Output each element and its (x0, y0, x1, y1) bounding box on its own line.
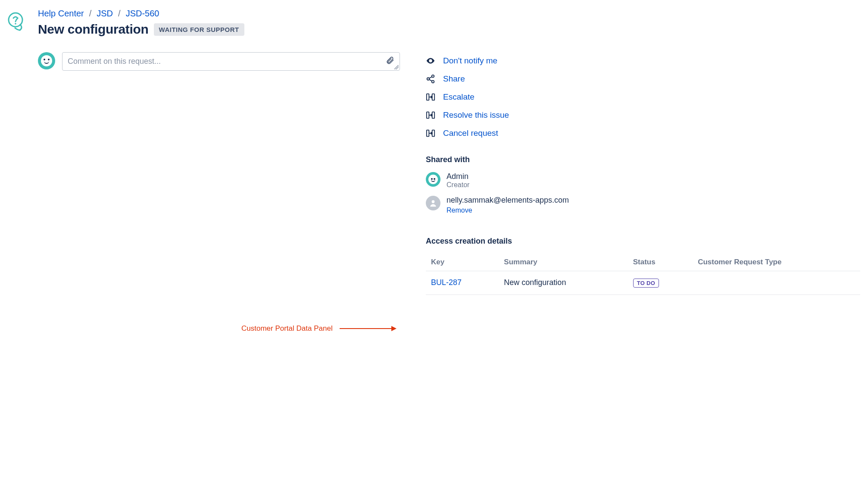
avatar (426, 196, 440, 210)
breadcrumb-project[interactable]: JSD (97, 9, 113, 19)
shared-person-name: nelly.sammak@elements-apps.com (446, 196, 569, 205)
svg-rect-10 (427, 112, 429, 119)
comment-box[interactable] (62, 52, 400, 71)
action-escalate-label[interactable]: Escalate (443, 92, 475, 102)
shared-person-role: Creator (446, 181, 469, 189)
cell-summary: New configuration (499, 271, 628, 295)
status-badge: WAITING FOR SUPPORT (154, 23, 244, 36)
svg-point-4 (427, 78, 430, 80)
svg-point-1 (15, 23, 16, 25)
eye-icon (426, 56, 435, 66)
transition-icon (426, 128, 435, 138)
breadcrumb-separator: / (118, 9, 121, 19)
comment-input[interactable] (68, 57, 386, 66)
col-key: Key (426, 254, 499, 271)
cell-crt (693, 271, 860, 295)
svg-rect-8 (427, 94, 429, 100)
action-list: Don't notify me Share Escalate (426, 56, 860, 138)
status-badge-todo: TO DO (633, 279, 659, 288)
remove-share-link[interactable]: Remove (446, 207, 472, 214)
table-row: BUL-287 New configuration TO DO (426, 271, 860, 295)
shared-person: Admin Creator (426, 172, 860, 189)
details-table: Key Summary Status Customer Request Type… (426, 254, 860, 295)
attachment-icon[interactable] (386, 56, 394, 67)
action-resolve-label[interactable]: Resolve this issue (443, 110, 509, 120)
shared-with-heading: Shared with (426, 155, 860, 164)
avatar-current-user (38, 52, 55, 69)
breadcrumb: Help Center / JSD / JSD-560 (38, 9, 400, 19)
col-crt: Customer Request Type (693, 254, 860, 271)
action-resolve[interactable]: Resolve this issue (426, 110, 860, 120)
action-share[interactable]: Share (426, 74, 860, 84)
access-creation-details-heading: Access creation details (426, 237, 860, 246)
share-icon (426, 74, 435, 84)
action-notify[interactable]: Don't notify me (426, 56, 860, 66)
svg-point-2 (430, 60, 431, 62)
transition-icon (426, 110, 435, 120)
svg-point-3 (432, 75, 434, 78)
svg-rect-12 (427, 130, 429, 137)
action-cancel-label[interactable]: Cancel request (443, 128, 498, 138)
svg-point-14 (432, 200, 435, 203)
action-cancel[interactable]: Cancel request (426, 128, 860, 138)
breadcrumb-help-center[interactable]: Help Center (38, 9, 84, 19)
svg-line-6 (429, 77, 432, 78)
col-status: Status (628, 254, 693, 271)
breadcrumb-separator: / (89, 9, 92, 19)
shared-person-name: Admin (446, 172, 469, 181)
action-escalate[interactable]: Escalate (426, 92, 860, 102)
action-share-label[interactable]: Share (443, 74, 465, 84)
help-center-icon (7, 11, 28, 34)
page-title: New configuration (38, 22, 149, 37)
action-notify-label[interactable]: Don't notify me (443, 56, 497, 66)
resize-handle-icon[interactable] (394, 65, 399, 69)
svg-line-7 (429, 79, 432, 81)
avatar (426, 172, 440, 187)
breadcrumb-issue[interactable]: JSD-560 (126, 9, 159, 19)
svg-point-5 (432, 81, 434, 83)
issue-key-link[interactable]: BUL-287 (431, 278, 462, 287)
shared-person: nelly.sammak@elements-apps.com Remove (426, 196, 860, 214)
col-summary: Summary (499, 254, 628, 271)
transition-icon (426, 92, 435, 102)
